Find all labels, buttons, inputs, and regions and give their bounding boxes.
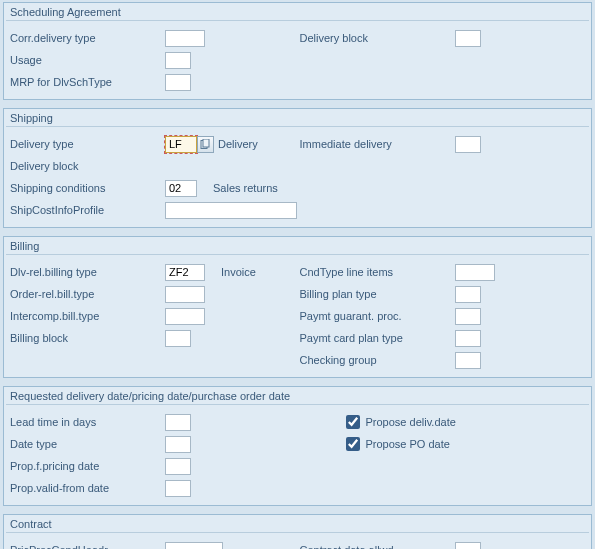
- separator: [6, 254, 589, 255]
- input-date-type[interactable]: [165, 436, 191, 453]
- separator: [6, 20, 589, 21]
- group-contract: Contract PricProcCondHeadr Contract data…: [3, 514, 592, 549]
- input-cndtype-line-items[interactable]: [455, 264, 495, 281]
- group-title-shipping: Shipping: [4, 109, 591, 126]
- group-requested-dates: Requested delivery date/pricing date/pur…: [3, 386, 592, 506]
- desc-dlv-rel-billing-type: Invoice: [221, 266, 256, 278]
- label-paymt-guarant-proc: Paymt guarant. proc.: [298, 310, 455, 322]
- input-sched-delivery-block[interactable]: [455, 30, 481, 47]
- group-title-scheduling: Scheduling Agreement: [4, 3, 591, 20]
- label-date-type: Date type: [8, 438, 165, 450]
- label-pricproc-cond-headr: PricProcCondHeadr: [8, 544, 165, 549]
- search-help-icon: [200, 139, 211, 150]
- search-help-button[interactable]: [197, 136, 214, 153]
- input-intercomp-bill-type[interactable]: [165, 308, 205, 325]
- group-title-dates: Requested delivery date/pricing date/pur…: [4, 387, 591, 404]
- separator: [6, 126, 589, 127]
- input-contract-data-allwd[interactable]: [455, 542, 481, 550]
- input-prop-pricing-date[interactable]: [165, 458, 191, 475]
- separator: [6, 532, 589, 533]
- input-billing-block[interactable]: [165, 330, 191, 347]
- desc-delivery-type: Delivery: [218, 138, 258, 150]
- checkbox-propose-deliv-date[interactable]: [346, 415, 360, 429]
- label-mrp-dlvschtype: MRP for DlvSchType: [8, 76, 165, 88]
- label-shipcost-profile: ShipCostInfoProfile: [8, 204, 165, 216]
- input-billing-plan-type[interactable]: [455, 286, 481, 303]
- label-propose-po-date: Propose PO date: [366, 438, 450, 450]
- label-prop-valid-from: Prop.valid-from date: [8, 482, 165, 494]
- input-pricproc-cond-headr[interactable]: [165, 542, 223, 550]
- label-intercomp-bill-type: Intercomp.bill.type: [8, 310, 165, 322]
- input-delivery-type[interactable]: [165, 136, 197, 153]
- input-usage[interactable]: [165, 52, 191, 69]
- label-immediate-delivery: Immediate delivery: [298, 138, 455, 150]
- label-shipping-conditions: Shipping conditions: [8, 182, 165, 194]
- input-dlv-rel-billing-type[interactable]: [165, 264, 205, 281]
- label-checking-group: Checking group: [298, 354, 455, 366]
- svg-rect-1: [203, 139, 209, 147]
- label-ship-delivery-block: Delivery block: [8, 160, 165, 172]
- separator: [6, 404, 589, 405]
- input-mrp-dlvschtype[interactable]: [165, 74, 191, 91]
- label-lead-time: Lead time in days: [8, 416, 165, 428]
- label-billing-plan-type: Billing plan type: [298, 288, 455, 300]
- label-usage: Usage: [8, 54, 165, 66]
- label-sched-delivery-block: Delivery block: [298, 32, 455, 44]
- input-checking-group[interactable]: [455, 352, 481, 369]
- label-propose-deliv-date: Propose deliv.date: [366, 416, 456, 428]
- label-prop-pricing-date: Prop.f.pricing date: [8, 460, 165, 472]
- label-paymt-card-plan: Paymt card plan type: [298, 332, 455, 344]
- input-corr-delivery-type[interactable]: [165, 30, 205, 47]
- label-corr-delivery-type: Corr.delivery type: [8, 32, 165, 44]
- label-billing-block: Billing block: [8, 332, 165, 344]
- checkbox-propose-po-date[interactable]: [346, 437, 360, 451]
- input-shipcost-profile[interactable]: [165, 202, 297, 219]
- group-shipping: Shipping Delivery type Delivery Deliv: [3, 108, 592, 228]
- label-cndtype-line-items: CndType line items: [298, 266, 455, 278]
- input-paymt-guarant-proc[interactable]: [455, 308, 481, 325]
- group-title-billing: Billing: [4, 237, 591, 254]
- input-lead-time[interactable]: [165, 414, 191, 431]
- input-immediate-delivery[interactable]: [455, 136, 481, 153]
- input-paymt-card-plan[interactable]: [455, 330, 481, 347]
- input-shipping-conditions[interactable]: [165, 180, 197, 197]
- label-dlv-rel-billing-type: Dlv-rel.billing type: [8, 266, 165, 278]
- input-prop-valid-from[interactable]: [165, 480, 191, 497]
- group-billing: Billing Dlv-rel.billing type Invoice Ord…: [3, 236, 592, 378]
- label-contract-data-allwd: Contract data allwd.: [298, 544, 455, 549]
- label-order-rel-bill-type: Order-rel.bill.type: [8, 288, 165, 300]
- group-scheduling-agreement: Scheduling Agreement Corr.delivery type …: [3, 2, 592, 100]
- group-title-contract: Contract: [4, 515, 591, 532]
- label-delivery-type: Delivery type: [8, 138, 165, 150]
- desc-shipping-conditions: Sales returns: [213, 182, 278, 194]
- input-order-rel-bill-type[interactable]: [165, 286, 205, 303]
